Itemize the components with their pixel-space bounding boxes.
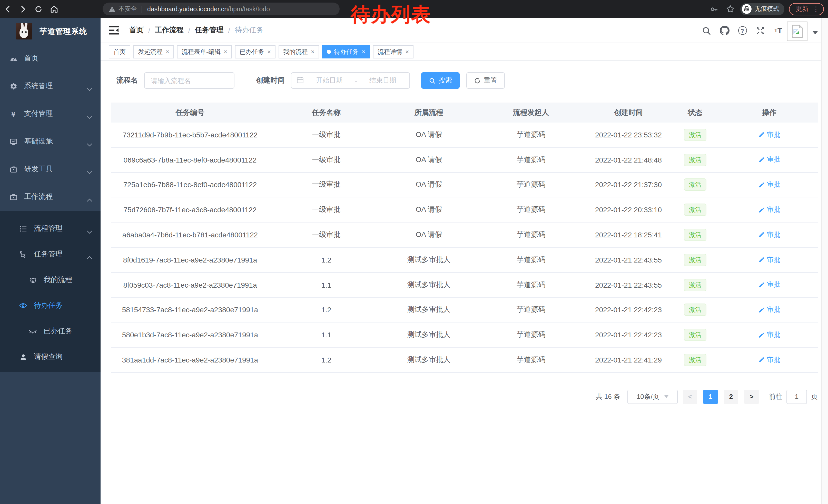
avatar[interactable] xyxy=(787,21,808,41)
cell-initiator: 芋道源码 xyxy=(474,205,587,215)
incognito-icon xyxy=(742,4,752,14)
browser-back-button[interactable] xyxy=(0,1,15,17)
browser-reload-button[interactable] xyxy=(31,1,46,17)
close-icon[interactable]: × xyxy=(224,48,227,55)
cell-task-name: 1.1 xyxy=(269,331,383,339)
close-icon[interactable]: × xyxy=(362,48,365,55)
page-size-select[interactable]: 10条/页 xyxy=(627,390,678,404)
close-icon[interactable]: × xyxy=(267,48,271,55)
table-row: 580e1b3d-7ac8-11ec-a9e2-a2380e71991a 1.1… xyxy=(111,323,818,348)
approve-label: 审批 xyxy=(767,130,780,139)
close-icon[interactable]: × xyxy=(311,48,315,55)
password-key-icon[interactable] xyxy=(708,1,720,17)
font-size-icon[interactable]: TT xyxy=(773,25,784,36)
edit-pencil-icon xyxy=(758,281,765,288)
edit-pencil-icon xyxy=(758,256,765,263)
scrollbar-track[interactable] xyxy=(821,18,828,504)
cell-initiator: 芋道源码 xyxy=(474,305,587,315)
breadcrumb-workflow[interactable]: 工作流程 xyxy=(155,26,184,35)
edit-pencil-icon xyxy=(758,231,765,238)
cell-task-name: 1.1 xyxy=(269,281,383,289)
cell-create-time: 2022-01-22 21:48:48 xyxy=(587,155,669,164)
approve-link[interactable]: 审批 xyxy=(758,155,780,164)
incognito-badge: 无痕模式 xyxy=(740,3,784,15)
table-row: 725a1eb6-7b88-11ec-8ef0-acde48001122 一级审… xyxy=(111,173,818,198)
approve-link[interactable]: 审批 xyxy=(758,330,780,339)
calendar-icon xyxy=(296,76,304,85)
app-logo-row[interactable]: 芋道管理系统 xyxy=(0,18,100,45)
edit-pencil-icon xyxy=(758,331,765,338)
cell-initiator: 芋道源码 xyxy=(474,155,587,164)
table-row: 8f0d1619-7ac8-11ec-a9e2-a2380e71991a 1.2… xyxy=(111,248,818,273)
browser-home-button[interactable] xyxy=(46,1,61,17)
approve-link[interactable]: 审批 xyxy=(758,230,780,239)
close-icon[interactable]: × xyxy=(166,48,169,55)
browser-menu-icon[interactable]: ⋮ xyxy=(813,6,819,12)
sidebar-item-process-management[interactable]: 流程管理 xyxy=(0,216,100,241)
sidebar-item-done-tasks[interactable]: 已办任务 xyxy=(0,318,100,344)
sidebar-item-task-management[interactable]: 任务管理 xyxy=(0,241,100,267)
fullscreen-icon[interactable] xyxy=(755,25,766,36)
tag-start-process[interactable]: 发起流程× xyxy=(133,45,174,58)
sidebar-item-system[interactable]: 系统管理 xyxy=(0,72,100,100)
next-page-button[interactable]: > xyxy=(744,390,759,404)
prev-page-button[interactable]: < xyxy=(683,390,697,404)
sidebar-item-todo-tasks[interactable]: 待办任务 xyxy=(0,293,100,318)
sidebar-collapse-icon[interactable] xyxy=(109,26,119,35)
tag-process-detail[interactable]: 流程详情× xyxy=(373,45,413,58)
cell-process: 测试多审批人 xyxy=(383,355,474,365)
approve-link[interactable]: 审批 xyxy=(758,280,780,289)
date-range-picker[interactable]: 开始日期 - 结束日期 xyxy=(291,72,410,89)
tag-home[interactable]: 首页 xyxy=(109,45,130,58)
search-button[interactable]: 搜索 xyxy=(421,72,460,89)
tag-form-edit[interactable]: 流程表单-编辑× xyxy=(177,45,232,58)
sidebar-item-my-process[interactable]: 我的流程 xyxy=(0,267,100,293)
app-logo xyxy=(16,23,32,40)
approve-link[interactable]: 审批 xyxy=(758,355,780,365)
approve-label: 审批 xyxy=(767,155,780,164)
sidebar-item-infrastructure[interactable]: 基础设施 xyxy=(0,128,100,155)
sidebar-item-devtools[interactable]: 研发工具 xyxy=(0,155,100,183)
breadcrumb-task-management[interactable]: 任务管理 xyxy=(195,26,224,35)
page-button-2[interactable]: 2 xyxy=(724,390,738,404)
cell-task-id: a6aba0a4-7b6d-11ec-b781-acde48001122 xyxy=(111,231,269,239)
approve-link[interactable]: 审批 xyxy=(758,305,780,314)
browser-forward-button[interactable] xyxy=(15,1,31,17)
status-badge: 激活 xyxy=(684,354,706,366)
chevron-down-icon xyxy=(87,85,92,93)
github-icon[interactable] xyxy=(719,25,730,36)
sidebar-item-leave-query[interactable]: 请假查询 xyxy=(0,344,100,370)
approve-label: 审批 xyxy=(767,230,780,239)
address-bar[interactable]: 不安全 dashboard.yudao.iocoder.cn/bpm/task/… xyxy=(102,3,340,15)
status-badge: 激活 xyxy=(684,129,706,141)
browser-update-button[interactable]: 更新 ⋮ xyxy=(789,3,824,15)
tag-todo-tasks[interactable]: 待办任务× xyxy=(322,45,370,58)
help-icon[interactable]: ? xyxy=(737,25,748,36)
header-search-icon[interactable] xyxy=(701,25,712,36)
cell-task-id: 58154733-7ac8-11ec-a9e2-a2380e71991a xyxy=(111,306,269,314)
breadcrumb-home[interactable]: 首页 xyxy=(129,26,143,35)
cell-create-time: 2022-01-22 18:25:41 xyxy=(587,231,669,239)
approve-link[interactable]: 审批 xyxy=(758,130,780,139)
avatar-dropdown-caret[interactable] xyxy=(813,31,818,34)
sidebar-item-payment[interactable]: ¥ 支付管理 xyxy=(0,100,100,128)
approve-link[interactable]: 审批 xyxy=(758,255,780,264)
cell-create-time: 2022-01-21 22:42:23 xyxy=(587,331,669,339)
col-actions: 操作 xyxy=(721,108,818,117)
tag-my-process[interactable]: 我的流程× xyxy=(279,45,319,58)
page-button-1[interactable]: 1 xyxy=(703,390,718,404)
close-icon[interactable]: × xyxy=(405,48,409,55)
bookmark-star-icon[interactable] xyxy=(724,1,736,17)
annotation-todo-list: 待办列表 xyxy=(351,4,431,26)
reset-button[interactable]: 重置 xyxy=(466,72,505,89)
sidebar-item-home[interactable]: 首页 xyxy=(0,45,100,72)
approve-link[interactable]: 审批 xyxy=(758,180,780,189)
process-name-label: 流程名 xyxy=(117,76,138,85)
sidebar-item-workflow[interactable]: 工作流程 xyxy=(0,183,100,211)
process-name-input[interactable] xyxy=(144,72,235,89)
status-badge: 激活 xyxy=(684,279,706,291)
tag-done-tasks[interactable]: 已办任务× xyxy=(235,45,276,58)
goto-page-input[interactable]: 1 xyxy=(786,390,807,404)
status-badge: 激活 xyxy=(684,153,706,166)
approve-link[interactable]: 审批 xyxy=(758,205,780,214)
